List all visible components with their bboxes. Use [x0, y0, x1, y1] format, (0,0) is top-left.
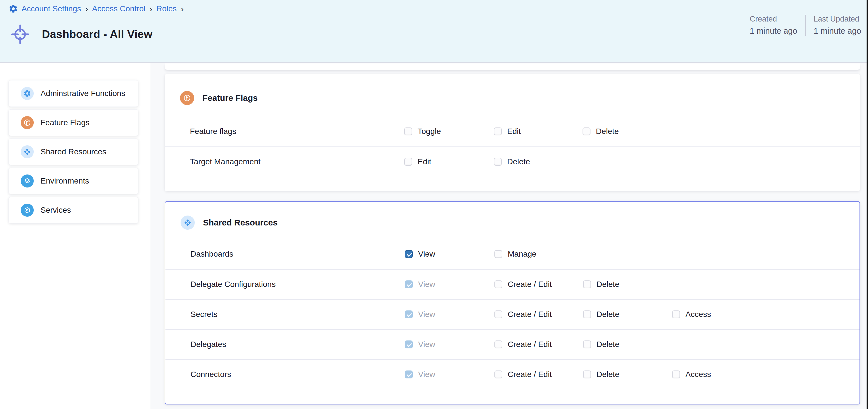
section-feature-flags: Feature FlagsFeature flagsToggleEditDele… — [165, 74, 860, 191]
permission-cell: Delete — [583, 127, 672, 136]
permission-cell: Edit — [404, 157, 494, 166]
shared-resources-icon — [181, 215, 195, 230]
breadcrumb-link[interactable]: Roles — [156, 4, 177, 13]
permission-label[interactable]: View — [418, 249, 435, 259]
permission-label[interactable]: Delete — [507, 157, 530, 166]
sidebar-item-environments[interactable]: Environments — [8, 168, 138, 194]
resource-label: Dashboards — [190, 249, 405, 259]
breadcrumb-link[interactable]: Account Settings — [22, 4, 81, 13]
permission-checkbox[interactable] — [494, 310, 502, 318]
permission-label[interactable]: Delete — [596, 280, 619, 289]
permission-cell: View — [405, 249, 494, 259]
permission-label[interactable]: View — [418, 280, 435, 289]
permission-cell: Delete — [583, 370, 672, 379]
permission-cell: Create / Edit — [494, 310, 583, 319]
permission-cell: Delete — [583, 280, 672, 289]
gear-icon — [8, 4, 18, 13]
sidebar: Adminstrative FunctionsFeature FlagsShar… — [0, 63, 150, 409]
permission-cell: Toggle — [404, 127, 494, 136]
permission-label[interactable]: Delete — [596, 310, 619, 319]
permission-row: Delegate ConfigurationsViewCreate / Edit… — [165, 269, 860, 299]
permission-checkbox[interactable] — [583, 340, 591, 348]
permission-checkbox[interactable] — [404, 128, 412, 135]
permission-label[interactable]: Delete — [596, 340, 619, 349]
permission-row: SecretsViewCreate / EditDeleteAccess — [165, 299, 860, 329]
permission-cell: Create / Edit — [494, 280, 583, 289]
permission-cell: Create / Edit — [494, 340, 583, 349]
permission-checkbox[interactable] — [583, 310, 591, 318]
permission-checkbox[interactable] — [404, 158, 412, 166]
permission-cell: Access — [672, 310, 834, 319]
permission-label[interactable]: Delete — [596, 370, 619, 379]
resource-label: Secrets — [190, 310, 405, 319]
sidebar-item-label: Feature Flags — [40, 118, 90, 127]
permission-sections: Feature FlagsFeature flagsToggleEditDele… — [150, 74, 868, 405]
permission-checkbox[interactable] — [405, 310, 413, 318]
permission-cell: View — [405, 340, 494, 349]
section-shared-resources: Shared ResourcesDashboardsViewManageDele… — [165, 201, 860, 405]
permission-checkbox[interactable] — [405, 340, 413, 348]
breadcrumb: Account Settings›Access Control›Roles› — [8, 4, 184, 13]
breadcrumb-separator-icon: › — [85, 5, 89, 13]
sidebar-item-adminstrative-functions[interactable]: Adminstrative Functions — [8, 80, 138, 107]
permission-checkbox[interactable] — [405, 280, 413, 288]
permission-row: Feature flagsToggleEditDelete — [165, 116, 860, 146]
meta-label: Last Updated — [813, 15, 861, 24]
permission-label[interactable]: Delete — [596, 127, 619, 136]
permission-checkbox[interactable] — [405, 250, 413, 258]
section-title: Feature Flags — [203, 93, 258, 103]
permission-label[interactable]: Toggle — [417, 127, 441, 136]
permission-label[interactable]: View — [418, 340, 435, 349]
created-updated-meta: Created1 minute agoLast Updated1 minute … — [750, 15, 861, 36]
permission-label[interactable]: Create / Edit — [508, 280, 552, 289]
permission-cell: Create / Edit — [494, 370, 583, 379]
permission-cell: Manage — [494, 249, 583, 259]
permission-checkbox[interactable] — [494, 250, 502, 258]
permission-checkbox[interactable] — [494, 371, 502, 378]
permission-cell: Edit — [494, 127, 583, 136]
services-icon — [21, 204, 34, 217]
permission-label[interactable]: Edit — [507, 127, 521, 136]
permission-checkbox[interactable] — [672, 310, 680, 318]
sidebar-item-label: Environments — [40, 176, 89, 185]
breadcrumb-link[interactable]: Access Control — [92, 4, 146, 13]
permission-label[interactable]: Create / Edit — [508, 310, 552, 319]
section-header: Shared Resources — [165, 202, 860, 239]
permission-checkbox[interactable] — [583, 371, 591, 378]
permission-checkbox[interactable] — [672, 371, 680, 378]
section-header: Feature Flags — [165, 74, 860, 116]
permission-checkbox[interactable] — [405, 371, 413, 378]
permission-label[interactable]: Access — [685, 310, 711, 319]
permission-label[interactable]: Edit — [417, 157, 431, 166]
permission-label[interactable]: Create / Edit — [508, 340, 552, 349]
breadcrumb-separator-icon: › — [149, 5, 153, 13]
permission-cell: View — [405, 280, 494, 289]
permission-checkbox[interactable] — [494, 340, 502, 348]
permission-label[interactable]: Create / Edit — [508, 370, 552, 379]
flag-icon — [21, 116, 34, 129]
breadcrumb-separator-icon: › — [180, 5, 184, 13]
resource-label: Feature flags — [190, 127, 404, 136]
sidebar-item-label: Services — [40, 206, 71, 215]
title-row: Dashboard - All View — [10, 24, 153, 44]
sidebar-item-shared-resources[interactable]: Shared Resources — [8, 138, 138, 165]
permission-label[interactable]: Access — [685, 370, 711, 379]
permission-checkbox[interactable] — [583, 280, 591, 288]
resource-label: Connectors — [190, 370, 405, 379]
permission-label[interactable]: View — [418, 370, 435, 379]
sidebar-item-feature-flags[interactable]: Feature Flags — [8, 109, 138, 136]
meta-value: 1 minute ago — [750, 26, 798, 36]
permission-row: DashboardsViewManage — [165, 239, 860, 269]
shared-resources-icon — [21, 145, 34, 158]
permission-checkbox[interactable] — [583, 128, 590, 135]
permission-checkbox[interactable] — [494, 128, 502, 135]
meta-label: Created — [750, 15, 798, 24]
permission-label[interactable]: Manage — [508, 249, 536, 259]
permission-label[interactable]: View — [418, 310, 435, 319]
permission-checkbox[interactable] — [494, 280, 502, 288]
page-header: Account Settings›Access Control›Roles› D… — [0, 0, 868, 63]
sidebar-item-services[interactable]: Services — [8, 197, 138, 224]
permission-checkbox[interactable] — [494, 158, 502, 166]
resource-label: Target Management — [190, 157, 404, 166]
scrolled-card-remnant — [165, 63, 860, 70]
